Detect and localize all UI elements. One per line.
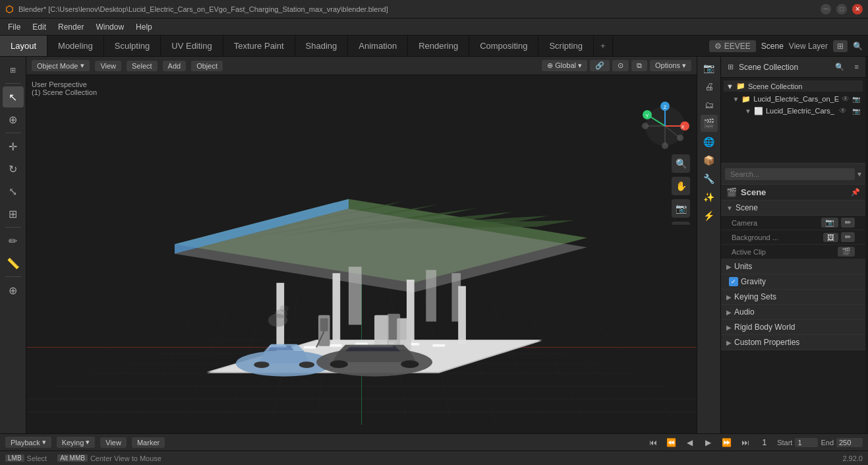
- end-frame-input[interactable]: [836, 438, 863, 447]
- audio-section-header[interactable]: ▶ Audio: [721, 305, 865, 320]
- properties-search-input[interactable]: [725, 168, 855, 180]
- menu-render[interactable]: Render: [53, 21, 89, 33]
- object-properties-tab[interactable]: 📦: [701, 152, 718, 169]
- physics-properties-tab[interactable]: ⚡: [701, 207, 718, 224]
- tab-compositing[interactable]: Compositing: [469, 36, 538, 56]
- add-menu[interactable]: Add: [163, 61, 187, 71]
- camera-picker[interactable]: 📷: [821, 218, 838, 228]
- tab-layout[interactable]: Layout: [0, 36, 47, 56]
- world-properties-tab[interactable]: 🌐: [701, 133, 718, 150]
- outliner-filter[interactable]: ≡: [851, 61, 863, 73]
- object-mode-selector[interactable]: Object Mode ▾: [32, 60, 90, 71]
- tab-scripting[interactable]: Scripting: [538, 36, 594, 56]
- filter-button[interactable]: 🔍: [831, 61, 848, 73]
- rotate-tool[interactable]: ↻: [3, 158, 24, 179]
- item-0-icon: 📁: [741, 95, 751, 104]
- tab-shading[interactable]: Shading: [295, 36, 349, 56]
- playback-menu[interactable]: Playback▾: [5, 437, 51, 448]
- maximize-button[interactable]: □: [836, 4, 847, 15]
- select-menu[interactable]: Select: [127, 61, 158, 71]
- tab-modeling[interactable]: Modeling: [47, 36, 104, 56]
- scene-properties-tab[interactable]: 🎬: [701, 115, 718, 132]
- view-menu-timeline[interactable]: View: [100, 437, 127, 448]
- keying-menu[interactable]: Keying▾: [57, 437, 96, 448]
- current-frame-display: 1: [757, 438, 772, 447]
- background-edit[interactable]: ✏: [841, 232, 855, 242]
- tab-sculpting[interactable]: Sculpting: [104, 36, 161, 56]
- tab-uv-editing[interactable]: UV Editing: [161, 36, 223, 56]
- menu-file[interactable]: File: [3, 21, 26, 33]
- outliner-item-1[interactable]: ▼ ⬜ Lucid_Electric_Cars_ 👁 📷: [724, 105, 863, 117]
- custom-props-section-header[interactable]: ▶ Custom Properties: [721, 335, 865, 350]
- outliner-options[interactable]: ⊞: [724, 61, 738, 73]
- scene-section-header[interactable]: ▼ Scene: [721, 201, 865, 216]
- jump-start-button[interactable]: ⏮: [647, 436, 660, 449]
- menu-help[interactable]: Help: [130, 21, 158, 33]
- object-menu[interactable]: Object: [191, 61, 223, 71]
- measure-tool[interactable]: 📏: [3, 253, 24, 274]
- svg-rect-55: [332, 273, 340, 347]
- search-dropdown[interactable]: ▾: [857, 170, 861, 179]
- item-0-render-vis[interactable]: 📷: [852, 96, 860, 103]
- transform-global[interactable]: ⊕ Global ▾: [542, 60, 587, 71]
- play-back-button[interactable]: ◀: [683, 436, 697, 449]
- add-workspace-button[interactable]: +: [594, 36, 613, 56]
- tab-animation[interactable]: Animation: [348, 36, 408, 56]
- modifier-properties-tab[interactable]: 🔧: [701, 170, 718, 187]
- gravity-section-header[interactable]: ✓ Gravity: [721, 274, 865, 290]
- units-label: Units: [734, 262, 752, 271]
- filter-icon[interactable]: 🔍: [853, 42, 863, 51]
- close-button[interactable]: ✕: [852, 4, 863, 15]
- background-label: Background ...: [732, 233, 821, 241]
- view-layer-properties-tab[interactable]: 🗂: [701, 96, 718, 113]
- scene-label: Scene: [761, 42, 784, 51]
- item-1-render-vis[interactable]: 📷: [852, 108, 860, 115]
- view-layer-options[interactable]: ⊞: [833, 40, 848, 52]
- view-menu[interactable]: View: [95, 61, 121, 71]
- mode-selector[interactable]: ⊞: [3, 59, 24, 80]
- pin-icon[interactable]: 📌: [851, 188, 860, 197]
- item-0-visibility[interactable]: 👁: [842, 94, 850, 104]
- output-properties-tab[interactable]: 🖨: [701, 78, 718, 95]
- select-tool[interactable]: ↖: [3, 86, 24, 108]
- proportional-edit[interactable]: ⊙: [612, 60, 629, 71]
- camera-edit[interactable]: ✏: [841, 218, 855, 228]
- render-properties-tab[interactable]: 📷: [701, 59, 718, 77]
- snap-controls[interactable]: 🔗: [590, 60, 610, 71]
- background-picker[interactable]: 🖼: [823, 233, 838, 242]
- transform-tool[interactable]: ⊞: [3, 203, 24, 224]
- outliner-collection-root[interactable]: ▼ 📁 Scene Collection: [724, 80, 863, 92]
- clip-picker[interactable]: 🎬: [838, 247, 855, 257]
- play-button[interactable]: ▶: [702, 436, 715, 449]
- menu-edit[interactable]: Edit: [27, 21, 51, 33]
- tab-texture-paint[interactable]: Texture Paint: [223, 36, 295, 56]
- svg-point-80: [401, 360, 419, 368]
- overlay-toggle[interactable]: ⧉: [631, 60, 647, 71]
- start-frame-input[interactable]: [795, 438, 818, 447]
- units-section-header[interactable]: ▶ Units: [721, 259, 865, 274]
- viewport-3d[interactable]: User Perspective (1) Scene Collection X …: [26, 75, 697, 433]
- particle-properties-tab[interactable]: ✨: [701, 189, 718, 206]
- prev-keyframe-button[interactable]: ⏪: [665, 436, 678, 449]
- rigid-body-section-header[interactable]: ▶ Rigid Body World: [721, 320, 865, 335]
- scale-tool[interactable]: ⤡: [3, 181, 24, 202]
- cursor-tool[interactable]: ⊕: [3, 109, 24, 130]
- item-1-visibility[interactable]: 👁: [839, 106, 847, 115]
- engine-selector[interactable]: ⚙ EEVEE: [709, 40, 755, 52]
- keying-sets-section-header[interactable]: ▶ Keying Sets: [721, 290, 865, 305]
- minimize-button[interactable]: ─: [821, 4, 831, 15]
- gravity-checkbox[interactable]: ✓: [729, 277, 738, 286]
- outliner-item-0[interactable]: ▼ 📁 Lucid_Electric_Cars_on_E 👁 📷: [724, 93, 863, 105]
- next-keyframe-button[interactable]: ⏩: [720, 436, 734, 449]
- move-tool[interactable]: ✛: [3, 136, 24, 157]
- custom-props-label: Custom Properties: [734, 338, 799, 347]
- properties-panel-header: 🎬 Scene 📌: [721, 185, 865, 201]
- jump-end-button[interactable]: ⏭: [739, 436, 752, 449]
- menu-window[interactable]: Window: [90, 21, 129, 33]
- annotate-tool[interactable]: ✏: [3, 230, 24, 251]
- add-cube-tool[interactable]: ⊕: [3, 280, 24, 301]
- tab-rendering[interactable]: Rendering: [408, 36, 469, 56]
- marker-menu[interactable]: Marker: [132, 437, 165, 448]
- left-toolbar: ⊞ ↖ ⊕ ✛ ↻ ⤡ ⊞ ✏ 📏 ⊕: [0, 57, 26, 433]
- options-button[interactable]: Options ▾: [650, 60, 691, 71]
